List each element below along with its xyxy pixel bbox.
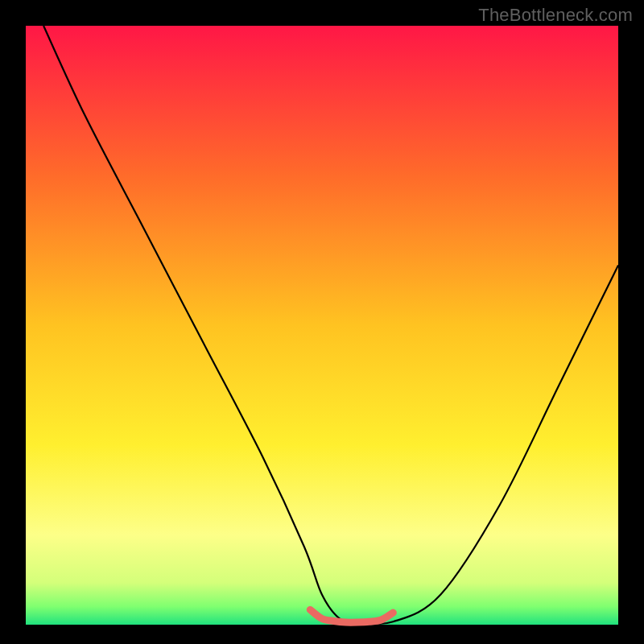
bottleneck-chart [0, 0, 644, 644]
chart-frame: TheBottleneck.com [0, 0, 644, 644]
watermark-text: TheBottleneck.com [478, 5, 633, 26]
plot-background [26, 26, 618, 625]
